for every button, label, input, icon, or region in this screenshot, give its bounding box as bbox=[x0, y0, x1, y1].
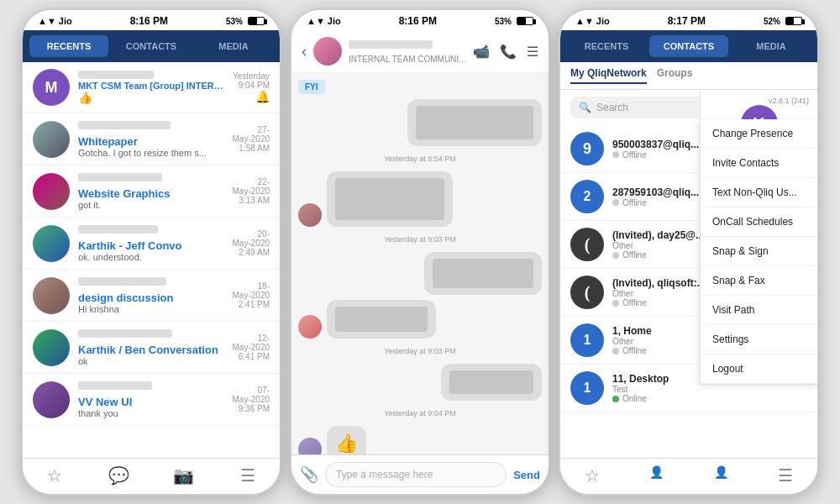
list-item[interactable]: Website Graphics got it. 22-May-20203:13… bbox=[23, 165, 280, 218]
ctx-visit-path[interactable]: Visit Path bbox=[701, 296, 817, 325]
chat-messages: FYI Yesterday at 8:54 PM Yesterday at 9:… bbox=[291, 73, 549, 454]
time-1: 8:16 PM bbox=[130, 15, 168, 27]
list-item[interactable]: M MKT CSM Team [Group] INTERNAL TEAM... … bbox=[23, 62, 280, 113]
name-redacted bbox=[78, 329, 172, 338]
phone3: ▲▼ Jio 8:17 PM 52% RECENTS CONTACTS MEDI… bbox=[559, 8, 819, 496]
status-dot bbox=[612, 396, 619, 402]
conv-body: Whitepaper Gotcha. I got to resize them … bbox=[78, 120, 224, 158]
nav-menu[interactable]: ☰ bbox=[216, 465, 281, 486]
bottom-nav-1: ☆ 💬 📷 ☰ bbox=[23, 458, 280, 494]
tab-groups[interactable]: Groups bbox=[657, 67, 693, 84]
list-item[interactable]: Karthik - Jeff Convo ok. understood. 20-… bbox=[23, 218, 280, 270]
nav-star[interactable]: ☆ bbox=[23, 465, 87, 486]
conv-name: design discussion bbox=[78, 291, 224, 304]
avatar: 1 bbox=[570, 323, 604, 357]
ctx-invite-contacts[interactable]: Invite Contacts bbox=[701, 149, 817, 178]
name-redacted bbox=[78, 381, 152, 390]
chat-name-redacted bbox=[349, 40, 433, 49]
conv-time: 22-May-20203:13 AM bbox=[233, 177, 270, 205]
sender-avatar bbox=[298, 315, 322, 339]
ctx-snap-sign[interactable]: Snap & Sign bbox=[701, 237, 817, 266]
message-input[interactable]: Type a message here bbox=[325, 462, 507, 487]
phone-icon[interactable]: 📞 bbox=[500, 44, 517, 60]
sender-avatar bbox=[298, 203, 322, 227]
fyi-badge: FYI bbox=[298, 80, 325, 94]
status-bar-2: ▲▼ Jio 8:16 PM 53% bbox=[291, 10, 549, 30]
avatar: M bbox=[33, 69, 70, 106]
list-item[interactable]: Whitepaper Gotcha. I got to resize them … bbox=[23, 113, 280, 165]
battery-2: 53% bbox=[495, 17, 533, 26]
conv-preview: Hi krishna bbox=[78, 304, 224, 314]
status-dot bbox=[612, 300, 619, 307]
ctx-settings[interactable]: Settings bbox=[701, 325, 817, 354]
tab-recents-1[interactable]: RECENTS bbox=[29, 35, 108, 57]
ctx-oncall-schedules[interactable]: OnCall Schedules bbox=[701, 207, 817, 237]
list-item[interactable]: design discussion Hi krishna 18-May-2020… bbox=[23, 270, 280, 322]
msg-bubble bbox=[327, 300, 436, 339]
avatar: ( bbox=[570, 276, 604, 309]
phone2: ▲▼ Jio 8:16 PM 53% ‹ INTERNAL TEAM COMMU… bbox=[290, 8, 550, 496]
conv-body: design discussion Hi krishna bbox=[78, 276, 224, 314]
avatar: ( bbox=[570, 228, 604, 261]
tab-recents-3[interactable]: RECENTS bbox=[567, 35, 646, 57]
conv-body: Website Graphics got it. bbox=[78, 172, 224, 210]
avatar bbox=[33, 173, 70, 210]
avatar: 2 bbox=[570, 180, 604, 213]
msg-group bbox=[298, 171, 542, 227]
sender-avatar bbox=[298, 438, 322, 454]
search-placeholder: Search bbox=[596, 102, 628, 113]
time-2: 8:16 PM bbox=[399, 15, 437, 27]
nav-star-3[interactable]: ☆ bbox=[560, 465, 625, 486]
chat-header: ‹ INTERNAL TEAM COMMUNI... 📹 📞 ☰ bbox=[291, 30, 549, 73]
msg-bubble bbox=[424, 252, 542, 295]
nav-add-contact[interactable]: 👤 bbox=[625, 465, 690, 486]
tab-media-3[interactable]: MEDIA bbox=[732, 35, 811, 57]
conv-name: Karthik - Jeff Convo bbox=[78, 239, 224, 252]
carrier-2: ▲▼ Jio bbox=[307, 16, 341, 26]
video-icon[interactable]: 📹 bbox=[473, 44, 490, 60]
msg-group bbox=[298, 99, 542, 146]
contact-status: Test bbox=[612, 385, 807, 394]
msg-bubble bbox=[441, 364, 542, 401]
conv-body: VV New UI thank you bbox=[78, 381, 224, 418]
conv-preview: ok. understood. bbox=[78, 252, 224, 262]
msg-bubble: 👍 bbox=[327, 426, 366, 454]
msg-group: 👍 bbox=[298, 426, 542, 454]
avatar bbox=[33, 225, 70, 262]
conv-preview: Gotcha. I got to resize them s... bbox=[78, 148, 224, 158]
tab-bar-3[interactable]: RECENTS CONTACTS MEDIA bbox=[560, 30, 817, 62]
conversation-list: M MKT CSM Team [Group] INTERNAL TEAM... … bbox=[23, 62, 280, 458]
nav-add-group[interactable]: 👤 bbox=[689, 465, 753, 486]
status-bar-3: ▲▼ Jio 8:17 PM 52% bbox=[560, 10, 817, 30]
avatar bbox=[33, 329, 70, 366]
send-button[interactable]: Send bbox=[513, 469, 540, 481]
ctx-snap-fax[interactable]: Snap & Fax bbox=[701, 266, 817, 296]
contacts-sub-tabs[interactable]: My QliqNetwork Groups bbox=[560, 62, 817, 90]
tab-contacts-1[interactable]: CONTACTS bbox=[112, 35, 191, 57]
name-redacted bbox=[78, 173, 162, 181]
ctx-change-presence[interactable]: Change Presence bbox=[701, 119, 817, 149]
conv-name: Whitepaper bbox=[78, 135, 224, 148]
avatar: 9 bbox=[570, 132, 604, 165]
tab-contacts-3[interactable]: CONTACTS bbox=[649, 35, 728, 57]
list-item[interactable]: Karthik / Ben Conversation ok 12-May-202… bbox=[23, 322, 280, 374]
chat-title: INTERNAL TEAM COMMUNI... bbox=[349, 39, 466, 64]
nav-menu-3[interactable]: ☰ bbox=[753, 465, 818, 486]
conv-time: 12-May-20206:41 PM bbox=[233, 333, 270, 361]
back-button[interactable]: ‹ bbox=[302, 43, 307, 60]
ctx-text-non-qliq[interactable]: Text Non-Qliq Us... bbox=[701, 178, 817, 207]
ctx-logout[interactable]: Logout bbox=[701, 354, 817, 384]
tab-media-1[interactable]: MEDIA bbox=[194, 35, 273, 57]
msg-group bbox=[298, 300, 542, 339]
list-item[interactable]: VV New UI thank you 07-May-20209:36 PM bbox=[23, 374, 280, 426]
menu-icon[interactable]: ☰ bbox=[527, 44, 538, 60]
tab-my-qliq[interactable]: My QliqNetwork bbox=[570, 67, 647, 84]
msg-time: Yesterday at 8:54 PM bbox=[298, 155, 542, 163]
status-dot bbox=[612, 151, 619, 158]
attach-icon[interactable]: 📎 bbox=[300, 465, 318, 484]
name-redacted bbox=[78, 121, 171, 129]
chat-icons: 📹 📞 ☰ bbox=[473, 44, 538, 60]
tab-bar-1[interactable]: RECENTS CONTACTS MEDIA bbox=[23, 30, 280, 62]
nav-camera[interactable]: 📷 bbox=[151, 465, 216, 486]
nav-chat[interactable]: 💬 bbox=[87, 465, 152, 486]
